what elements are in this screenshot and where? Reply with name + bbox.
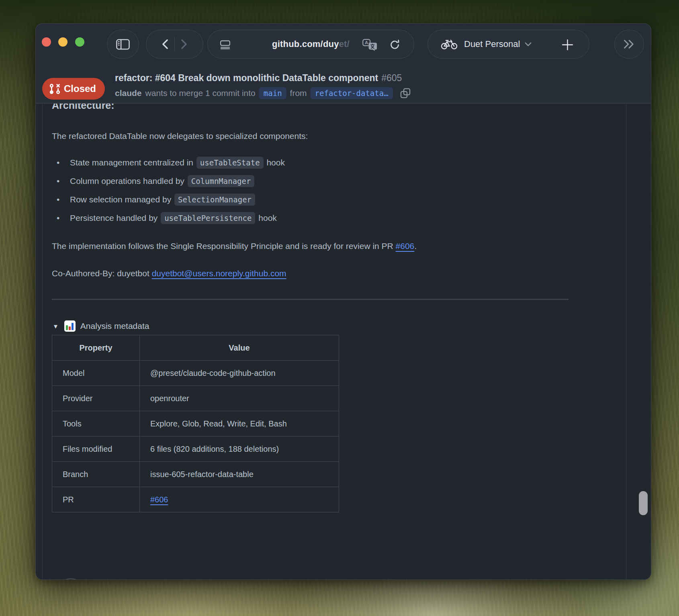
double-chevron-right-icon <box>623 39 635 49</box>
desktop-background: { "browser": { "url_visible": "github.co… <box>0 0 679 616</box>
list-item-text: hook <box>264 158 285 167</box>
list-item-text: Column operations handled by <box>70 176 187 186</box>
table-row: Model@preset/claude-code-github-action <box>52 361 339 386</box>
value-cell: @preset/claude-code-github-action <box>140 361 339 386</box>
pull-request-closed-icon <box>49 84 60 94</box>
pr-title: refactor: #604 Break down monolithic Dat… <box>115 73 402 84</box>
forward-button[interactable] <box>180 39 188 49</box>
pr-merge-summary: claude wants to merge 1 commit into main… <box>115 87 411 99</box>
chevron-down-icon <box>525 42 532 47</box>
list-item: Persistence handled by useTablePersisten… <box>52 211 285 225</box>
close-window-button[interactable] <box>42 37 51 47</box>
url-text: github.com/duyet/ <box>272 39 350 49</box>
from-text: from <box>290 88 307 98</box>
zoom-window-button[interactable] <box>75 37 84 47</box>
architecture-heading: Architecture: <box>52 103 115 111</box>
table-row: Files modified6 files (820 additions, 18… <box>52 437 339 462</box>
disclosure-triangle-icon: ▼ <box>53 323 59 330</box>
architecture-list: State management centralized in useTable… <box>52 156 285 230</box>
show-more-toolbar-button[interactable] <box>614 30 644 59</box>
value-header: Value <box>140 335 339 361</box>
table-row: PR#606 <box>52 487 339 512</box>
value-cell: 6 files (820 additions, 188 deletions) <box>140 437 339 462</box>
pr-body-content: Architecture: The refactored DataTable n… <box>36 103 651 580</box>
coauthor-email-link[interactable]: duyetbot@users.noreply.github.com <box>152 269 286 278</box>
browser-window: github.com/duyet/ A <box>35 23 651 580</box>
pr-link[interactable]: #606 <box>150 495 168 504</box>
intro-paragraph: The refactored DataTable now delegates t… <box>52 130 308 142</box>
list-item: State management centralized in useTable… <box>52 156 285 169</box>
back-button[interactable] <box>162 39 169 49</box>
pr-606-link[interactable]: #606 <box>396 241 415 251</box>
minimize-window-button[interactable] <box>58 37 67 47</box>
status-badge: Closed <box>42 78 105 100</box>
profile-button[interactable]: Duet Personal <box>427 30 589 59</box>
property-cell: Provider <box>52 386 140 411</box>
property-header: Property <box>52 335 140 361</box>
metadata-table-body: Model@preset/claude-code-github-actionPr… <box>52 361 339 512</box>
list-item: Row selection managed by SelectionManage… <box>52 193 285 206</box>
value-cell: issue-605-refactor-data-table <box>140 462 339 487</box>
inline-code: useTablePersistence <box>161 212 255 224</box>
reload-icon[interactable] <box>389 39 400 50</box>
sidebar-icon <box>116 39 130 50</box>
pr-number: #605 <box>381 73 402 83</box>
implementation-paragraph: The implementation follows the Single Re… <box>52 240 417 252</box>
coauthor-paragraph: Co-Authored-By: duyetbot duyetbot@users.… <box>52 267 286 279</box>
property-cell: Tools <box>52 411 140 437</box>
status-label: Closed <box>64 83 96 94</box>
metadata-table: Property Value Model@preset/claude-code-… <box>52 335 339 512</box>
property-cell: Model <box>52 361 140 386</box>
property-cell: Files modified <box>52 437 140 462</box>
metadata-disclosure[interactable]: ▼ Analysis metadata <box>53 320 149 332</box>
address-bar[interactable]: github.com/duyet/ A <box>207 30 414 59</box>
list-item-text: hook <box>256 213 276 222</box>
table-row: Provideropenrouter <box>52 386 339 411</box>
scrollbar-thumb[interactable] <box>639 491 648 515</box>
value-cell: openrouter <box>140 386 339 411</box>
list-item-text: Persistence handled by <box>70 213 160 222</box>
copy-branch-button[interactable] <box>400 88 411 99</box>
inline-code: useTableState <box>196 157 264 169</box>
table-row: ToolsExplore, Glob, Read, Write, Edit, B… <box>52 411 339 437</box>
table-row: Branchissue-605-refactor-data-table <box>52 462 339 487</box>
avatar <box>58 578 83 580</box>
browser-toolbar: github.com/duyet/ A <box>36 24 651 60</box>
property-cell: PR <box>52 487 140 512</box>
sidebar-toggle-button[interactable] <box>107 30 139 59</box>
markdown-divider <box>52 299 569 300</box>
profile-label: Duet Personal <box>464 39 520 49</box>
metadata-title: Analysis metadata <box>80 321 149 331</box>
navigation-buttons <box>146 30 203 59</box>
inline-code: ColumnManager <box>188 175 255 187</box>
table-header-row: Property Value <box>52 335 339 361</box>
content-left-border <box>42 104 43 580</box>
bar-chart-icon <box>64 320 76 332</box>
property-cell: Branch <box>52 462 140 487</box>
pr-author: claude <box>115 88 142 98</box>
value-cell: #606 <box>140 487 339 512</box>
new-tab-button[interactable] <box>561 39 574 51</box>
head-branch-chip[interactable]: refactor-datata… <box>311 87 393 99</box>
list-item-text: State management centralized in <box>70 158 196 167</box>
page-format-icon[interactable] <box>220 40 231 49</box>
pr-header: Closed refactor: #604 Break down monolit… <box>36 60 651 103</box>
list-item-text: Row selection managed by <box>70 195 174 204</box>
svg-text:A: A <box>365 40 368 45</box>
value-cell: Explore, Glob, Read, Write, Edit, Bash <box>140 411 339 437</box>
merge-text: wants to merge 1 commit into <box>145 88 256 98</box>
list-item: Column operations handled by ColumnManag… <box>52 174 285 188</box>
bicycle-icon <box>441 39 458 50</box>
toolbar-divider <box>174 37 175 51</box>
inline-code: SelectionManager <box>174 194 255 206</box>
base-branch-chip[interactable]: main <box>259 87 286 99</box>
content-right-border <box>626 104 626 580</box>
translate-icon[interactable]: A <box>362 39 377 51</box>
url-text-faded: et/ <box>339 39 350 49</box>
